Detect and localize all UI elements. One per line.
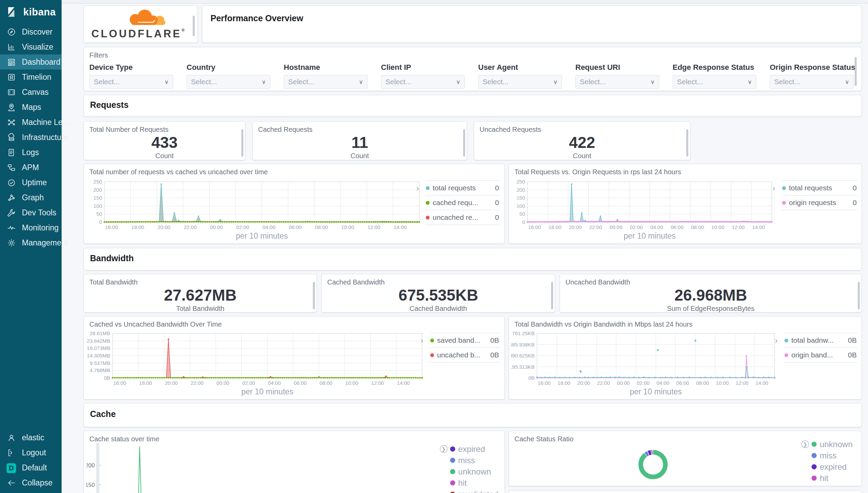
legend-color-dot xyxy=(426,216,430,219)
legend-item-expired[interactable]: expired xyxy=(801,461,853,472)
panel-resize-handle[interactable] xyxy=(193,15,195,36)
legend-item-expired[interactable]: ❯expired xyxy=(440,443,498,455)
legend-item-unknown[interactable]: unknown xyxy=(440,466,498,477)
legend-label: unknown xyxy=(820,440,853,449)
legend-item-uncached-re[interactable]: uncached re...0 xyxy=(425,210,500,225)
legend-item-revalidated[interactable]: revalidated xyxy=(440,489,498,493)
panel-resize-handle[interactable] xyxy=(855,57,857,86)
apm-icon xyxy=(7,163,16,172)
chart-title: Cache Status Ratio xyxy=(514,435,573,443)
sidebar-item-dashboard[interactable]: Dashboard xyxy=(0,54,62,69)
sidebar-item-dev-tools[interactable]: Dev Tools xyxy=(0,205,62,220)
filter-select-edge-response-status[interactable]: Select...∨ xyxy=(673,75,756,89)
filter-select-request-uri[interactable]: Select...∨ xyxy=(575,75,659,89)
panel-resize-handle[interactable] xyxy=(241,129,243,156)
sidebar-item-apm[interactable]: APM xyxy=(0,160,62,175)
legend-expand-icon[interactable]: ❯ xyxy=(801,440,809,448)
sidebar-item-timelion[interactable]: Timelion xyxy=(0,69,62,85)
legend-label: expired xyxy=(820,462,847,472)
sidebar-item-monitoring[interactable]: Monitoring xyxy=(0,220,62,235)
metric-sub-label: Count xyxy=(84,152,245,160)
sidebar-item-label: Logs xyxy=(22,148,39,157)
svg-text:200: 200 xyxy=(93,187,102,193)
requests-over-time-chart: 16:0018:0020:0022:0000:0002:0004:0006:00… xyxy=(87,179,423,241)
legend-item-origin-requests[interactable]: origin requests0 xyxy=(781,195,857,210)
sidebar-item-canvas[interactable]: Canvas xyxy=(0,85,62,100)
maps-icon xyxy=(7,103,16,112)
sidebar-item-discover[interactable]: Discover xyxy=(0,24,62,39)
sidebar-item-default[interactable]: DDefault xyxy=(0,460,62,475)
legend-item-unknown[interactable]: ❯unknown xyxy=(801,439,853,450)
sidebar-item-collapse[interactable]: Collapse xyxy=(0,475,62,490)
filter-select-device-type[interactable]: Select...∨ xyxy=(89,75,173,89)
svg-text:250: 250 xyxy=(93,179,102,185)
legend-item-miss[interactable]: miss xyxy=(801,450,853,461)
legend-label: uncached re... xyxy=(433,213,492,222)
filter-label: Hostname xyxy=(284,63,368,72)
legend-item-total-requests[interactable]: ›total requests0 xyxy=(425,180,500,195)
svg-text:00:00: 00:00 xyxy=(210,224,223,230)
svg-text:08:00: 08:00 xyxy=(315,224,328,230)
panel-resize-handle[interactable] xyxy=(686,129,688,156)
panel-resize-handle[interactable] xyxy=(463,129,465,156)
sidebar-item-logout[interactable]: Logout xyxy=(0,445,62,460)
kibana-logo[interactable]: kibana xyxy=(0,0,62,24)
svg-text:per 10 minutes: per 10 minutes xyxy=(236,231,288,240)
svg-text:06:00: 06:00 xyxy=(294,380,307,386)
uptime-icon xyxy=(7,178,16,187)
sidebar-item-graph[interactable]: Graph xyxy=(0,190,62,205)
sidebar-item-infrastructure[interactable]: Infrastructure xyxy=(0,130,62,145)
svg-text:0B: 0B xyxy=(528,375,535,381)
filter-select-hostname[interactable]: Select...∨ xyxy=(284,75,368,89)
svg-text:04:00: 04:00 xyxy=(656,380,669,386)
filter-select-origin-response-status[interactable]: Select...∨ xyxy=(770,75,854,89)
legend-toggle-chevron-icon[interactable]: › xyxy=(773,184,775,192)
timelion-icon xyxy=(7,73,16,82)
legend-item-origin-band[interactable]: origin band...0B xyxy=(784,347,857,363)
filter-select-user-agent[interactable]: Select...∨ xyxy=(478,75,562,89)
legend-value: 0B xyxy=(848,351,857,359)
sidebar-item-uptime[interactable]: Uptime xyxy=(0,175,62,190)
legend-toggle-chevron-icon[interactable]: › xyxy=(775,337,778,345)
legend-label: miss xyxy=(820,451,837,460)
sidebar-item-machine-le[interactable]: Machine Le... xyxy=(0,115,62,130)
sidebar-footer: elasticLogoutDDefaultCollapse xyxy=(0,430,62,493)
legend-item-miss[interactable]: miss xyxy=(440,455,498,466)
filter-group-request-uri: Request URISelect...∨ xyxy=(575,63,659,89)
svg-text:16:00: 16:00 xyxy=(538,380,551,386)
svg-text:18:00: 18:00 xyxy=(549,224,562,230)
svg-text:14:00: 14:00 xyxy=(752,224,765,230)
filter-group-country: CountrySelect...∨ xyxy=(187,63,270,89)
legend-value: 0 xyxy=(853,184,857,192)
panel-resize-handle[interactable] xyxy=(313,282,315,309)
legend-item-saved-band[interactable]: ›saved band...0B xyxy=(430,333,500,347)
legend-item-total-badnw[interactable]: ›total badnw...0B xyxy=(784,333,857,347)
sidebar-item-visualize[interactable]: Visualize xyxy=(0,39,62,54)
svg-text:00:00: 00:00 xyxy=(617,380,630,386)
filter-select-country[interactable]: Select...∨ xyxy=(187,75,270,89)
legend-item-cached-requ[interactable]: cached requ...0 xyxy=(425,195,500,210)
sidebar-item-management[interactable]: Management xyxy=(0,235,62,250)
legend-color-dot xyxy=(430,353,434,357)
svg-text:28.61MB: 28.61MB xyxy=(90,331,110,336)
filter-group-origin-response-status: Origin Response StatusSelect...∨ xyxy=(770,63,855,89)
svg-text:19.073MB: 19.073MB xyxy=(87,345,110,351)
legend-label: total badnw... xyxy=(791,336,845,344)
legend-item-hit[interactable]: hit xyxy=(440,477,498,489)
sidebar-item-elastic[interactable]: elastic xyxy=(0,430,62,445)
legend-value: 0 xyxy=(853,199,857,207)
panel-resize-handle[interactable] xyxy=(858,282,860,309)
legend-expand-icon[interactable]: ❯ xyxy=(440,445,448,453)
sidebar-item-label: Uptime xyxy=(22,178,47,187)
legend-toggle-chevron-icon[interactable]: › xyxy=(416,184,419,192)
sidebar-item-logs[interactable]: Logs xyxy=(0,145,62,160)
sidebar-item-maps[interactable]: Maps xyxy=(0,100,62,115)
legend-item-uncached-b[interactable]: uncached b...0B xyxy=(430,347,500,363)
filter-select-client-ip[interactable]: Select...∨ xyxy=(381,75,465,89)
legend-toggle-chevron-icon[interactable]: › xyxy=(421,337,423,345)
legend-item-hit[interactable]: hit xyxy=(801,472,853,484)
panel-resize-handle[interactable] xyxy=(551,282,553,309)
sidebar-item-label: Dev Tools xyxy=(22,208,56,217)
legend-item-total-requests[interactable]: ›total requests0 xyxy=(781,180,857,195)
filter-label: Origin Response Status xyxy=(770,63,855,72)
